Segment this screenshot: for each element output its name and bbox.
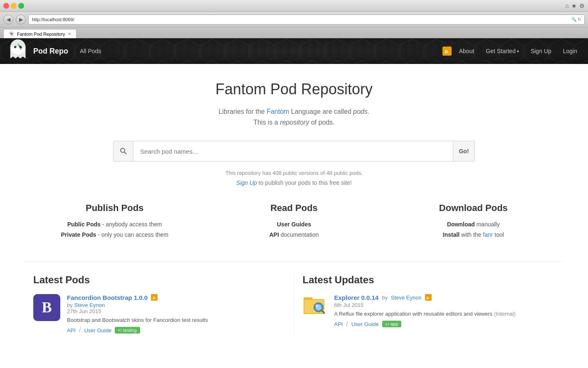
dropdown-arrow: ▾	[517, 49, 519, 54]
close-button[interactable]	[3, 3, 9, 9]
pod-name-link[interactable]: Fancordion Bootstrap 1.0.0	[67, 294, 148, 301]
app-tag-label: app	[390, 321, 398, 326]
minimize-button[interactable]	[11, 3, 17, 9]
svg-point-5	[20, 46, 22, 48]
download-label: Download	[447, 221, 475, 228]
api-docs-link[interactable]: API	[269, 231, 279, 238]
update-name-link[interactable]: Explorer 0.0.14	[334, 294, 379, 301]
tag-icon: 🏷	[118, 328, 122, 332]
feature-read-line1: User Guides	[213, 219, 375, 230]
pod-author-link[interactable]: Steve Eynon	[74, 302, 105, 308]
latest-pods-title: Latest Pods	[33, 274, 286, 286]
hero-section: Fantom Pod Repository Libraries for the …	[8, 81, 580, 128]
update-internal-label: (Internal)	[494, 311, 516, 317]
pod-links: API / User Guide 🏷 testing	[67, 326, 286, 334]
install-label: Install	[443, 231, 460, 238]
explorer-icon	[303, 294, 328, 317]
rss-icon[interactable]	[442, 47, 452, 56]
features-section: Publish Pods Public Pods - anybody acces…	[8, 203, 580, 240]
home-icon[interactable]: ⌂	[566, 2, 569, 9]
svg-point-4	[14, 46, 17, 48]
update-author-link[interactable]: Steve Eynon	[391, 294, 422, 301]
update-desc: A Reflux file explorer application with …	[334, 310, 555, 318]
fantom-link[interactable]: Fantom	[267, 108, 289, 115]
separator	[25, 261, 563, 262]
subtitle-line2-pre: This is a	[253, 119, 280, 126]
refresh-url-icon[interactable]: ↻	[578, 17, 581, 22]
search-input[interactable]	[133, 141, 453, 161]
url-bar: http://localhost:8069/ 🔍 ↻	[28, 15, 585, 25]
pod-item: B Fancordion Bootstrap 1.0.0	[33, 294, 286, 334]
feature-download: Download Pods Download manually Install …	[393, 203, 554, 240]
update-info: Explorer 0.0.14 by Steve Eynon	[334, 294, 555, 328]
subtitle-pods: pods	[353, 108, 368, 115]
search-go-button[interactable]: Go!	[453, 141, 474, 161]
pod-link-separator: /	[79, 326, 81, 334]
api-label: API	[269, 231, 279, 238]
signup-post: to publish your pods to this free site!	[257, 179, 352, 186]
pod-icon-letter: B	[42, 299, 52, 316]
rss-small-symbol-2	[426, 296, 430, 299]
main-content: Fantom Pod Repository Libraries for the …	[0, 64, 588, 346]
stats-text: This repository has 408 public versions …	[8, 170, 580, 176]
nav-dropdown-get-started[interactable]: Get Started ▾	[482, 44, 523, 58]
pod-info: Fancordion Bootstrap 1.0.0	[67, 294, 286, 334]
search-url-icon: 🔍	[571, 17, 576, 22]
rss-small-symbol	[153, 296, 156, 299]
nav-link-about[interactable]: About	[455, 44, 479, 58]
search-icon	[120, 148, 127, 155]
ghost-icon	[7, 39, 30, 61]
svg-point-6	[445, 52, 446, 54]
browser-toolbar: ◀ ▶ http://localhost:8069/ 🔍 ↻	[0, 12, 588, 27]
signup-prompt: Sign Up to publish your pods to this fre…	[8, 179, 580, 186]
brand-name[interactable]: Pod Repo	[33, 47, 68, 56]
forward-button[interactable]: ▶	[16, 15, 26, 25]
svg-point-15	[316, 304, 318, 307]
update-link-sep: /	[346, 320, 348, 328]
nav-link-signup[interactable]: Sign Up	[526, 44, 556, 58]
pod-name-line: Fancordion Bootstrap 1.0.0	[67, 294, 286, 301]
svg-point-17	[426, 298, 427, 299]
update-api-link[interactable]: API	[334, 321, 343, 327]
tab-close-button[interactable]: ✕	[68, 32, 71, 36]
pod-api-link[interactable]: API	[67, 327, 76, 334]
feature-title-publish: Publish Pods	[34, 203, 195, 213]
pod-icon: B	[33, 294, 60, 321]
pod-by: by Steve Eynon	[67, 302, 286, 308]
svg-point-7	[121, 148, 125, 152]
subtitle-end: .	[368, 108, 369, 115]
nav-link-login[interactable]: Login	[559, 44, 581, 58]
tag-label: testing	[123, 328, 136, 333]
update-tag-app: 🏷 app	[382, 321, 401, 327]
page-content: Pod Repo All Pods About Get Started ▾	[0, 38, 588, 368]
feature-publish-line2: Private Pods - only you can access them	[34, 230, 195, 240]
search-button[interactable]	[114, 141, 133, 161]
bookmark-icon[interactable]: ★	[571, 2, 577, 9]
maximize-button[interactable]	[18, 3, 24, 9]
feature-download-line2: Install with the fanr tool	[393, 230, 554, 240]
update-rss-icon[interactable]	[425, 294, 432, 301]
svg-marker-2	[10, 56, 26, 59]
browser-tab[interactable]: 👻 Fantom Pod Repository ✕	[3, 29, 77, 38]
folder-icon-svg	[303, 294, 327, 317]
svg-line-8	[124, 152, 126, 154]
signup-link[interactable]: Sign Up	[236, 179, 257, 186]
pod-rss-icon[interactable]	[151, 294, 158, 301]
subtitle-mid: Language are called	[289, 108, 353, 115]
update-date: 6th Jul 2015	[334, 302, 555, 308]
pod-guide-link[interactable]: User Guide	[84, 327, 111, 334]
update-by: by	[382, 294, 388, 301]
update-guide-link[interactable]: User Guide	[351, 321, 379, 327]
user-guides-link[interactable]: User Guides	[277, 221, 311, 228]
feature-read: Read Pods User Guides API documentation	[213, 203, 375, 240]
latest-pods-section: Latest Pods B Fancordion Bootstrap 1.0.0	[25, 274, 294, 334]
nav-link-all-pods[interactable]: All Pods	[75, 44, 106, 58]
fanr-link[interactable]: fanr	[483, 231, 493, 238]
subtitle-repository: repository	[280, 119, 309, 126]
url-bar-icons: 🔍 ↻	[571, 17, 581, 22]
user-guides-label: User Guides	[277, 221, 311, 228]
settings-icon[interactable]: ⚙	[579, 2, 585, 9]
svg-point-9	[153, 298, 153, 299]
back-button[interactable]: ◀	[3, 15, 13, 25]
hero-title: Fantom Pod Repository	[8, 81, 580, 98]
